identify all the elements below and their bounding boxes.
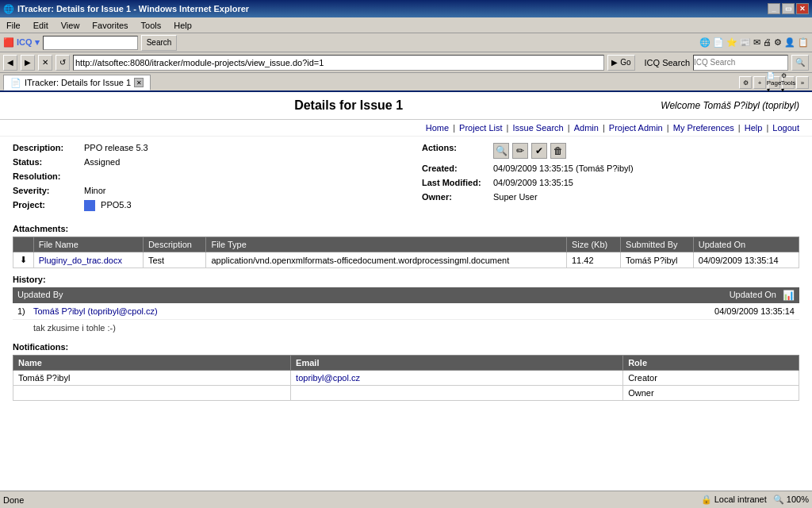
attachment-updatedon: 04/09/2009 13:35:14 [693,252,799,268]
nav-project-admin[interactable]: Project Admin [609,123,663,133]
toolbar-icon-2[interactable]: 📄 [713,37,724,47]
menu-view[interactable]: View [58,19,83,32]
attachment-col-description: Description [143,237,206,252]
close-button[interactable]: ✕ [796,3,809,14]
project-value: PPO5.3 [84,200,132,211]
icq-search-button[interactable]: 🔍 [791,55,809,71]
nav-issue-search[interactable]: Issue Search [513,123,564,133]
nav-help[interactable]: Help [745,123,763,133]
nav-preferences[interactable]: My Preferences [673,123,734,133]
nav-admin[interactable]: Admin [574,123,599,133]
forward-button[interactable]: ▶ [21,55,35,71]
notif-role: Creator [623,371,799,386]
list-item: Owner [13,386,799,401]
stop-button[interactable]: ✕ [38,55,52,71]
page-button[interactable]: 📄 Page ▾ [768,76,780,89]
created-row: Created: 04/09/2009 13:35:15 (Tomáš P?ib… [422,164,799,173]
notifications-table: Name Email Role Tomáš P?ibyl topribyl@cp… [13,355,799,401]
search-button[interactable]: Search [141,35,178,51]
toolbar-icon-7[interactable]: ⚙ [774,37,782,47]
minimize-button[interactable]: _ [768,3,780,14]
history-col-updatedon: Updated On [730,290,776,301]
menu-tools[interactable]: Tools [138,19,165,32]
notif-col-name: Name [13,356,291,371]
tab-close-button[interactable]: ✕ [134,78,144,87]
icq-input[interactable] [43,36,138,50]
attachment-filename[interactable]: Pluginy_do_trac.docx [33,252,143,268]
history-date: 04/09/2009 13:35:14 [714,306,795,316]
detail-left: Description: PPO release 5.3 Status: Ass… [13,143,390,216]
actions-row: Actions: 🔍 ✏ ✔ 🗑 [422,143,799,159]
detail-section: Description: PPO release 5.3 Status: Ass… [13,143,799,216]
status-label: Status: [13,157,84,167]
status-bar: Done 🔒 Local intranet 🔍 100% [0,491,812,508]
nav-home[interactable]: Home [426,123,449,133]
notif-col-role: Role [623,356,799,371]
page-title: Details for Issue 1 [294,98,403,113]
more-button[interactable]: » [796,76,809,89]
welcome-text: Welcome Tomáš P?ibyl (topribyl) [661,100,799,111]
menu-file[interactable]: File [3,19,24,32]
tools-button[interactable]: ⚙ Tools ▾ [782,76,795,89]
toolbar-icon-9[interactable]: 📋 [798,37,809,47]
notif-email[interactable]: topribyl@cpol.cz [291,371,623,386]
tab-settings-button[interactable]: ⚙ [739,76,752,89]
action-view-icon[interactable]: 🔍 [493,143,509,159]
notif-col-email: Email [291,356,623,371]
zone-text: 🔒 Local intranet [701,495,767,505]
toolbar-icon-6[interactable]: 🖨 [763,37,772,47]
menu-help[interactable]: Help [170,19,195,32]
history-col-updatedby: Updated By [17,290,730,301]
window-title: ITracker: Details for Issue 1 - Windows … [17,4,249,13]
tab-new-button[interactable]: + [753,76,766,89]
last-modified-row: Last Modified: 04/09/2009 13:35:15 [422,178,799,187]
menu-favorites[interactable]: Favorites [89,19,131,32]
zoom-text: 🔍 100% [773,495,809,505]
address-input[interactable] [73,55,604,71]
attachment-description: Test [143,252,206,268]
restore-button[interactable]: ▭ [782,3,795,14]
attachment-submittedby: Tomáš P?ibyl [621,252,694,268]
title-bar: 🌐 ITracker: Details for Issue 1 - Window… [0,0,812,17]
toolbar-icon-8[interactable]: 👤 [784,37,795,47]
active-tab[interactable]: 📄 ITracker: Details for Issue 1 ✕ [3,75,151,90]
project-row: Project: PPO5.3 [13,200,390,211]
history-title: History: [13,275,799,284]
attachment-col-filetype: File Type [206,237,567,252]
action-resolve-icon[interactable]: ✔ [531,143,547,159]
action-delete-icon[interactable]: 🗑 [550,143,566,159]
notif-name [13,386,291,401]
icq-toolbar-icons: 🌐 📄 ⭐ 📰 ✉ 🖨 ⚙ 👤 📋 [699,37,810,48]
owner-row: Owner: Super User [422,192,799,202]
back-button[interactable]: ◀ [3,55,17,71]
toolbar-icon-3[interactable]: ⭐ [726,37,737,47]
toolbar-icon-1[interactable]: 🌐 [699,37,710,47]
list-item: Tomáš P?ibyl topribyl@cpol.cz Creator [13,371,799,386]
created-label: Created: [422,164,493,173]
tab-favicon: 📄 [10,78,21,88]
nav-logout[interactable]: Logout [772,123,799,133]
toolbar-icon-4[interactable]: 📰 [740,37,751,47]
status-text: Done [3,495,24,505]
issue-body: Description: PPO release 5.3 Status: Ass… [0,137,812,407]
itracker-header: Details for Issue 1 Welcome Tomáš P?ibyl… [0,92,812,120]
description-row: Description: PPO release 5.3 [13,143,390,152]
attachment-icon[interactable]: ⬇ [13,252,34,268]
history-export-button[interactable]: 📊 [783,290,795,301]
description-label: Description: [13,143,84,152]
status-row: Status: Assigned [13,157,390,167]
toolbar-icon-5[interactable]: ✉ [753,37,760,47]
icq-search-input[interactable] [693,55,788,71]
history-comment: tak zkusime i tohle :-) [13,320,799,336]
nav-project-list[interactable]: Project List [459,123,502,133]
go-button[interactable]: ▶ Go [607,55,634,71]
breadcrumb-nav: Home | Project List | Issue Search | Adm… [0,120,812,137]
action-edit-icon[interactable]: ✏ [512,143,528,159]
refresh-button[interactable]: ↺ [56,55,70,71]
project-icon [84,200,95,211]
resolution-label: Resolution: [13,171,84,181]
browser-icon: 🌐 [3,4,14,14]
notif-role: Owner [623,386,799,401]
severity-label: Severity: [13,186,84,195]
menu-edit[interactable]: Edit [30,19,52,32]
